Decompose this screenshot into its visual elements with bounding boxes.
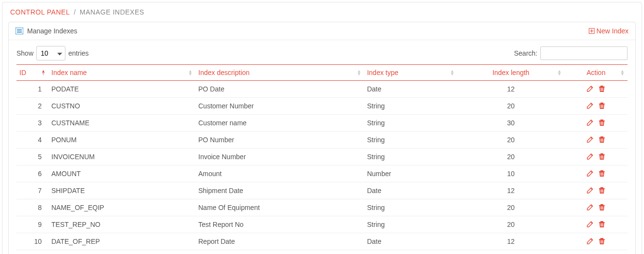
svg-rect-17 [602, 105, 602, 108]
col-name[interactable]: Index name ▲▼ [48, 65, 195, 81]
svg-rect-12 [603, 88, 603, 91]
indexes-table: ID ▲▼ Index name ▲▼ Index description ▲▼… [16, 64, 628, 250]
cell-type: String [364, 98, 457, 115]
svg-rect-51 [599, 205, 605, 206]
sort-icon: ▲▼ [357, 70, 361, 75]
cell-actions [565, 149, 628, 165]
edit-icon[interactable] [586, 169, 595, 178]
breadcrumb: CONTROL PANEL / MANAGE INDEXES [8, 6, 636, 16]
cell-type: String [364, 149, 457, 165]
delete-icon[interactable] [597, 169, 606, 178]
table-row: 7SHIPDATEShipment DateDate12 [16, 182, 628, 199]
search-area: Search: [514, 46, 628, 60]
cell-length: 12 [457, 233, 565, 250]
svg-rect-33 [599, 154, 605, 155]
table-row: 10DATE_OF_REPReport DateDate12 [16, 233, 628, 250]
cell-name: NAME_OF_EQIP [48, 199, 195, 216]
delete-icon[interactable] [597, 220, 606, 228]
edit-icon[interactable] [586, 220, 595, 228]
cell-type: String [364, 115, 457, 132]
cell-actions [565, 182, 628, 199]
table-row: 3CUSTNAMECustomer nameString30 [16, 115, 628, 132]
svg-rect-20 [600, 120, 603, 120]
delete-icon[interactable] [597, 135, 606, 144]
svg-rect-53 [602, 207, 602, 210]
svg-rect-15 [599, 104, 605, 105]
cell-length: 12 [457, 81, 565, 98]
svg-rect-8 [600, 86, 603, 87]
new-index-button[interactable]: New Index [589, 27, 628, 35]
new-index-label: New Index [597, 27, 628, 35]
cell-actions [565, 81, 628, 98]
svg-rect-22 [601, 122, 601, 125]
svg-rect-14 [600, 103, 603, 104]
delete-icon[interactable] [597, 152, 606, 161]
table-row: 1PODATEPO DateDate12 [16, 81, 628, 98]
cell-id: 2 [16, 98, 48, 115]
svg-rect-46 [601, 190, 601, 193]
table-row: 4PONUMPO NumberString20 [16, 132, 628, 149]
sort-icon: ▲▼ [188, 70, 192, 75]
svg-rect-38 [600, 170, 603, 171]
entries-select[interactable]: 10 [36, 46, 65, 60]
cell-desc: Name Of Equipment [195, 199, 364, 216]
cell-type: Date [364, 81, 457, 98]
cell-desc: Invoice Number [195, 149, 364, 165]
table-controls: Show 10 entries Search: [9, 40, 635, 64]
svg-rect-56 [600, 221, 603, 222]
sort-icon: ▲▼ [450, 70, 455, 75]
col-action[interactable]: Action ▲▼ [565, 65, 628, 81]
svg-rect-34 [601, 156, 601, 159]
svg-rect-11 [602, 88, 602, 91]
edit-icon[interactable] [586, 186, 595, 194]
svg-rect-29 [602, 139, 602, 142]
breadcrumb-control-panel[interactable]: CONTROL PANEL [10, 8, 70, 16]
delete-icon[interactable] [597, 84, 606, 93]
cell-desc: Test Report No [195, 216, 364, 233]
entries-label: entries [68, 49, 89, 57]
edit-icon[interactable] [586, 135, 595, 144]
col-id[interactable]: ID ▲▼ [16, 65, 48, 81]
col-length[interactable]: Index length ▲▼ [457, 65, 565, 81]
svg-rect-48 [603, 190, 603, 193]
edit-icon[interactable] [586, 84, 595, 93]
edit-icon[interactable] [586, 118, 595, 127]
delete-icon[interactable] [597, 237, 606, 245]
delete-icon[interactable] [597, 101, 606, 110]
svg-rect-36 [603, 156, 603, 159]
cell-desc: PO Number [195, 132, 364, 149]
svg-rect-63 [599, 239, 605, 240]
cell-id: 3 [16, 115, 48, 132]
cell-type: String [364, 216, 457, 233]
cell-name: INVOICENUM [48, 149, 195, 165]
edit-icon[interactable] [586, 203, 595, 211]
svg-rect-57 [599, 222, 605, 223]
cell-desc: PO Date [195, 81, 364, 98]
svg-rect-24 [603, 122, 603, 125]
delete-icon[interactable] [597, 203, 606, 211]
svg-rect-41 [602, 173, 602, 176]
edit-icon[interactable] [586, 101, 595, 110]
cell-id: 10 [16, 233, 48, 250]
cell-length: 20 [457, 149, 565, 165]
search-input[interactable] [540, 46, 628, 60]
edit-icon[interactable] [586, 152, 595, 161]
cell-name: CUSTNAME [48, 115, 195, 132]
col-desc[interactable]: Index description ▲▼ [195, 65, 364, 81]
delete-icon[interactable] [597, 118, 606, 127]
sort-icon: ▲▼ [557, 70, 562, 75]
svg-rect-65 [602, 240, 602, 244]
svg-rect-64 [601, 240, 601, 244]
svg-rect-47 [602, 190, 602, 193]
delete-icon[interactable] [597, 186, 606, 194]
svg-rect-10 [601, 88, 601, 91]
table-row: 9TEST_REP_NOTest Report NoString20 [16, 216, 628, 233]
cell-type: Date [364, 182, 457, 199]
table-row: 8NAME_OF_EQIPName Of EquipmentString20 [16, 199, 628, 216]
svg-rect-30 [603, 139, 603, 142]
edit-icon[interactable] [586, 237, 595, 245]
entries-length: Show 10 entries [16, 46, 89, 60]
breadcrumb-page: MANAGE INDEXES [80, 8, 144, 16]
cell-name: TEST_REP_NO [48, 216, 195, 233]
col-type[interactable]: Index type ▲▼ [364, 65, 457, 81]
